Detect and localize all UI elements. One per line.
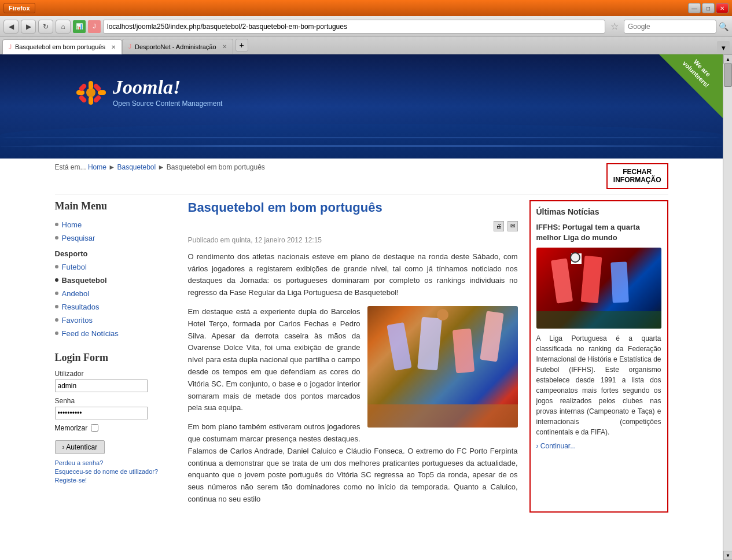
bookmark-star-icon[interactable]: ☆: [608, 20, 621, 34]
search-icon[interactable]: 🔍: [719, 22, 729, 31]
menu-item-resultados[interactable]: Resultados: [55, 300, 171, 314]
registe-link[interactable]: Registe-se!: [55, 477, 171, 484]
site-header: Joomla! Open Source Content Management W…: [0, 54, 723, 159]
panel-title: Últimas Notícias: [536, 207, 661, 216]
browser-content-area: Joomla! Open Source Content Management W…: [0, 54, 732, 560]
firefox-menu-button[interactable]: Firefox: [3, 3, 35, 13]
memorizar-label: Memorizar: [55, 424, 88, 432]
desporto-section: Desporto: [55, 249, 171, 258]
joomla-logo: Joomla! Open Source Content Management: [75, 78, 222, 108]
tab-admin[interactable]: J DesportoNet - Administração ✕: [122, 39, 233, 54]
maximize-button[interactable]: □: [702, 3, 715, 13]
menu-bullet-home: [55, 223, 58, 226]
sidebar: Main Menu Home Pesquisar Desporto: [55, 200, 182, 513]
login-form-title: Login Form: [55, 352, 171, 364]
menu-item-andebol[interactable]: Andebol: [55, 287, 171, 300]
article-body: O rendimento dos atletas nacionais estev…: [188, 251, 518, 506]
minimize-button[interactable]: —: [688, 3, 701, 13]
memorizar-row: Memorizar: [55, 424, 171, 432]
news-item-title: IFFHS: Portugal tem a quarta melhor Liga…: [536, 222, 661, 243]
close-button[interactable]: ✕: [716, 3, 729, 13]
svg-rect-3: [76, 90, 84, 95]
esqueceu-nome-link[interactable]: Esqueceu-se do nome de utilizador?: [55, 468, 171, 475]
utilizador-input[interactable]: [55, 380, 148, 392]
print-icon[interactable]: 🖨: [494, 221, 504, 231]
back-button[interactable]: ◀: [3, 20, 19, 34]
menu-item-home[interactable]: Home: [55, 218, 171, 231]
refresh-button[interactable]: ↻: [38, 20, 53, 34]
search-input[interactable]: [624, 20, 716, 34]
menu-item-basquetebol[interactable]: Basquetebol: [55, 274, 171, 287]
scroll-down-button[interactable]: ▼: [723, 551, 732, 560]
menu-bullet-andebol: [55, 292, 58, 295]
breadcrumb: Está em... Home ► Basquetebol ► Basquete…: [55, 163, 265, 171]
joomla-logo-svg: [75, 80, 107, 106]
menu-item-feed[interactable]: Feed de Notícias: [55, 327, 171, 340]
tab-favicon-1: J: [9, 44, 12, 50]
nav-bar: ◀ ▶ ↻ ⌂ 📊 J ☆ 🔍: [0, 16, 732, 37]
menu-item-pesquisar[interactable]: Pesquisar: [55, 231, 171, 245]
svg-rect-4: [98, 90, 106, 95]
menu-bullet-basquetebol: [55, 278, 58, 282]
tab-overflow-button[interactable]: ▾: [717, 41, 730, 54]
tab-basquetebol[interactable]: J Basquetebol em bom português ✕: [2, 39, 122, 54]
bookmark-icon: 📊: [73, 20, 86, 33]
tab-bar: J Basquetebol em bom português ✕ J Despo…: [0, 37, 732, 54]
article-para3: Em bom plano também estiveram outros jog…: [188, 421, 518, 506]
article-actions: 🖨 ✉: [188, 221, 518, 231]
menu-item-futebol[interactable]: Futebol: [55, 260, 171, 274]
fechar-informacao-button[interactable]: FECHAR INFORMAÇÃO: [606, 163, 668, 189]
svg-point-0: [86, 88, 95, 97]
home-button[interactable]: ⌂: [56, 20, 71, 34]
three-column-layout: Main Menu Home Pesquisar Desporto: [55, 200, 668, 513]
memorizar-checkbox[interactable]: [91, 424, 98, 432]
right-panel: Últimas Notícias IFFHS: Portugal tem a q…: [529, 200, 668, 513]
tab-label-2: DesportoNet - Administração: [135, 43, 216, 50]
page-wrapper: Joomla! Open Source Content Management W…: [0, 54, 723, 560]
autenticar-button[interactable]: › Autenticar: [55, 440, 105, 454]
svg-rect-8: [78, 94, 87, 104]
article-title: Basquetebol em bom português: [188, 200, 518, 215]
joomla-logo-text: Joomla! Open Source Content Management: [113, 78, 222, 108]
main-content: Joomla! Open Source Content Management W…: [0, 54, 723, 560]
svg-rect-1: [89, 81, 93, 89]
joomla-icon-nav: J: [88, 20, 101, 33]
scroll-track: [723, 64, 732, 551]
menu-bullet-feed: [55, 331, 58, 335]
perdeu-senha-link[interactable]: Perdeu a senha?: [55, 459, 171, 466]
continuar-link[interactable]: › Continuar...: [536, 442, 661, 450]
menu-bullet-favoritos: [55, 318, 58, 322]
news-image: [536, 248, 661, 329]
email-icon[interactable]: ✉: [507, 221, 518, 231]
menu-bullet-resultados: [55, 305, 58, 308]
senha-input[interactable]: [55, 407, 148, 419]
senha-label: Senha: [55, 397, 171, 405]
breadcrumb-home-link[interactable]: Home: [88, 163, 106, 171]
scroll-up-button[interactable]: ▲: [723, 54, 732, 64]
menu-item-favoritos[interactable]: Favoritos: [55, 314, 171, 327]
scroll-thumb[interactable]: [724, 64, 732, 87]
menu-bullet-pesquisar: [55, 236, 58, 240]
tab-close-1[interactable]: ✕: [111, 44, 116, 50]
utilizador-label: Utilizador: [55, 370, 171, 378]
main-article-col: Basquetebol em bom português 🖨 ✉ Publica…: [182, 200, 524, 513]
breadcrumb-current: Basquetebol em bom português: [167, 163, 265, 171]
scrollbar: ▲ ▼: [723, 54, 732, 560]
tab-label-1: Basquetebol em bom português: [15, 43, 105, 50]
news-body: A Liga Portuguesa é a quarta classificad…: [536, 333, 661, 437]
basketball-image: [367, 306, 518, 428]
title-bar: Firefox — □ ✕: [0, 0, 732, 16]
new-tab-button[interactable]: +: [236, 39, 248, 51]
tab-favicon-2: J: [128, 43, 131, 50]
breadcrumb-basquetebol-link[interactable]: Basquetebol: [117, 163, 156, 171]
menu-bullet-futebol: [55, 265, 58, 268]
tab-close-2[interactable]: ✕: [222, 43, 227, 50]
login-links: Perdeu a senha? Esqueceu-se do nome de u…: [55, 459, 171, 484]
content-area: Está em... Home ► Basquetebol ► Basquete…: [43, 159, 680, 513]
article-meta: Publicado em quinta, 12 janeiro 2012 12:…: [188, 236, 518, 244]
forward-button[interactable]: ▶: [21, 20, 36, 34]
window-controls: — □ ✕: [688, 3, 729, 13]
svg-rect-2: [89, 97, 93, 105]
url-bar[interactable]: [103, 20, 605, 34]
breadcrumb-bar: Está em... Home ► Basquetebol ► Basquete…: [55, 159, 668, 194]
